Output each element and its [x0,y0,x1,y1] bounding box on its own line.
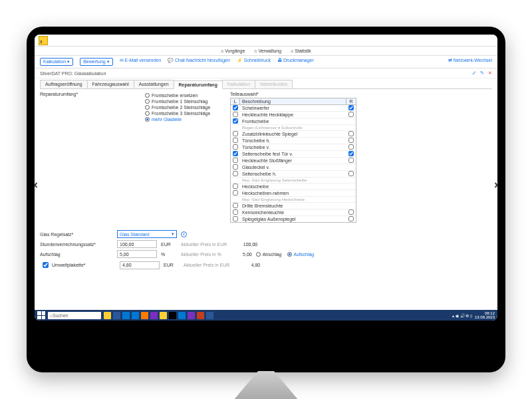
row-l-13[interactable] [233,190,238,196]
tab-kalkulation[interactable]: Kalkulation [222,80,255,88]
taskbar-clock[interactable]: 08:1213.08.2023 [475,311,495,319]
tab-fahrzeug[interactable]: Fahrzeugauswahl [87,80,134,88]
druckmanager-link[interactable]: 🖶 Druckmanager [277,58,314,66]
row-l-16[interactable] [233,209,238,215]
row-l-2[interactable] [233,118,238,124]
row-l-12[interactable] [233,184,238,189]
teileauswahl-label: Teileauswahl* [230,92,492,96]
row-r-8[interactable] [348,158,354,163]
row-r-1[interactable] [348,112,354,117]
netzwerk-link[interactable]: ⇄ Netzwerk-Wechsel [448,58,492,66]
regelsatz-select[interactable]: Glas Standard▾ [117,230,177,238]
col-l[interactable]: L [231,98,240,104]
edit-icon[interactable]: ✎ [480,70,484,75]
row-txt-6: Türscheibe v. [240,144,346,150]
rep-radio-1[interactable] [145,99,150,104]
table-row: Frontscheibe [231,118,356,125]
start-button[interactable] [37,311,45,319]
taskbar-app-9[interactable] [188,312,195,319]
taskbar-search[interactable]: ⌕ Suchen [48,312,101,319]
taskbar-app-1[interactable] [113,312,120,319]
stunden-input[interactable]: 100,00 [117,240,157,248]
row-sub-3: Regen-/Lichtsensor ● Solkontrolle [240,125,346,130]
expand-icon[interactable]: ⤢ [472,70,476,75]
row-l-1[interactable] [233,112,238,117]
taskbar-app-6[interactable] [160,312,167,319]
row-l-17[interactable] [233,216,238,221]
umwelt-current: 4,80 [233,263,260,267]
taskbar-app-7[interactable] [169,312,176,319]
row-r-6[interactable] [348,144,354,150]
taskbar-app-2[interactable] [122,312,130,319]
row-r-16[interactable] [348,209,354,215]
taskbar-app-10[interactable] [197,312,204,319]
row-r-17[interactable] [348,216,354,221]
aufschlag-label: Aufschlag [40,252,113,257]
row-l-10[interactable] [233,171,238,176]
row-l-6[interactable] [233,144,238,150]
prev-slide-button[interactable]: ‹ [35,178,38,192]
tab-reparatur[interactable]: Reparaturumfang [174,80,223,89]
table-row: Seitenscheibe h. [231,171,356,178]
row-l-5[interactable] [233,138,238,143]
email-link[interactable]: ✉ E-Mail versenden [120,58,161,66]
aufschlag-input[interactable]: 5,00 [117,250,157,258]
taskbar-app-8[interactable] [178,312,186,319]
row-l-0[interactable] [233,105,238,110]
stunden-current: 100,00 [231,242,257,247]
tab-nebenkosten[interactable]: Nebenkosten [255,80,293,88]
aufschlag-current: 5,00 [225,252,252,257]
next-slide-button[interactable]: › [494,178,497,192]
umwelt-checkbox[interactable] [43,262,49,268]
table-row: Rep.-Satz Einglasung Seitenscheibe [231,178,356,184]
table-row: Heckscheibe [231,184,356,190]
stunden-hint: Aktueller Preis in EUR [181,242,227,247]
abschlag-radio[interactable] [256,252,261,257]
table-row: Heckscheiben-rahmen [231,190,356,197]
row-l-8[interactable] [233,158,238,163]
row-l-9[interactable] [233,164,238,170]
rep-radio-2[interactable] [145,105,150,110]
tab-ausstattung[interactable]: Ausstattungen [134,80,174,88]
taskbar-app-11[interactable] [206,312,213,319]
row-r-0[interactable] [348,105,354,110]
schnelldruck-link[interactable]: ⚡ Schnelldruck [237,58,271,66]
tray-icons[interactable]: ▴ ◉ 🔊 ⚙ ▯ [452,313,472,318]
app-logo: 3 [39,36,48,45]
row-l-7[interactable] [233,151,238,156]
row-r-5[interactable] [348,138,354,143]
delete-icon[interactable]: ✕ [488,70,492,75]
rep-radio-3[interactable] [145,111,150,116]
chat-link[interactable]: 💬 Chat-Nachricht hinzufügen [168,58,230,66]
taskbar-app-4[interactable] [141,312,148,319]
row-l-15[interactable] [233,203,238,208]
row-txt-17: Spiegelglas Außenspiegel [240,216,346,222]
umwelt-label: Umweltplakette* [52,263,116,267]
tab-auftrag[interactable]: Auftragseröffnung [40,80,88,88]
row-l-4[interactable] [233,131,238,136]
nav-verwaltung[interactable]: Verwaltung [254,49,281,53]
rep-radio-0[interactable] [145,93,150,98]
row-r-10[interactable] [348,171,354,176]
kalkulation-dropdown[interactable]: Kalkulation ▾ [40,58,73,66]
breadcrumb: SilverDAT PRO: Glaskalkulation [40,71,106,76]
bewertung-dropdown[interactable]: Bewertung ▾ [80,58,112,66]
table-row: Heckleuchte Stoßfänger [231,158,356,164]
umwelt-input[interactable]: 4,80 [120,261,160,269]
rep-radio-4[interactable] [145,117,150,122]
taskbar-app-5[interactable] [150,312,158,319]
col-r[interactable]: R [346,98,356,104]
abschlag-opt-label: Abschlag [263,252,282,257]
row-r-4[interactable] [348,131,354,136]
nav-statistik[interactable]: Statistik [291,49,311,53]
umwelt-unit: EUR [164,263,180,267]
info-icon[interactable]: i [181,231,187,237]
col-desc[interactable]: Beschreibung [240,98,346,104]
row-r-7[interactable] [348,151,354,156]
aufschlag-radio[interactable] [287,252,292,257]
umwelt-hint: Aktueller Preis in EUR [184,263,229,267]
row-txt-4: Zusatzblinkleuchte Spiegel [240,131,346,137]
taskbar-app-3[interactable] [132,312,139,319]
taskbar-app-0[interactable] [104,312,111,319]
nav-vorgaenge[interactable]: Vorgänge [221,49,245,53]
